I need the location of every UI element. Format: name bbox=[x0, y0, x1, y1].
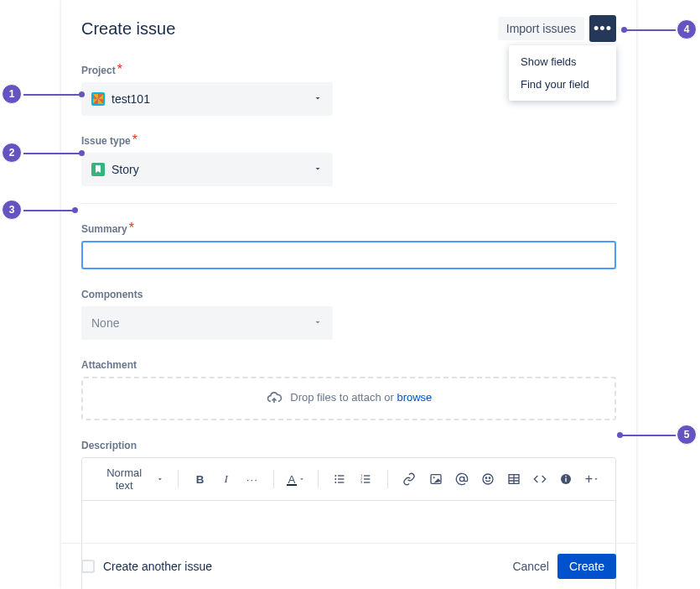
code-button[interactable] bbox=[529, 467, 552, 491]
project-select[interactable]: test101 bbox=[81, 82, 333, 116]
components-select[interactable]: None bbox=[81, 306, 333, 340]
callout-4-dot bbox=[621, 27, 627, 33]
callout-1-line bbox=[23, 94, 81, 96]
image-button[interactable] bbox=[424, 467, 447, 491]
chevron-down-icon bbox=[593, 476, 599, 482]
required-star: * bbox=[129, 221, 134, 235]
text-color-button[interactable]: A bbox=[284, 467, 307, 491]
svg-point-18 bbox=[489, 477, 490, 478]
link-button[interactable] bbox=[398, 467, 421, 491]
callout-3-line bbox=[23, 210, 74, 211]
summary-label: Summary bbox=[81, 223, 127, 235]
modal-header: Create issue Import issues ••• Show fiel… bbox=[81, 15, 616, 42]
info-button[interactable] bbox=[555, 467, 578, 491]
cancel-button[interactable]: Cancel bbox=[512, 560, 549, 573]
callout-5-dot bbox=[617, 432, 623, 438]
project-avatar-icon bbox=[91, 92, 105, 106]
show-fields-item[interactable]: Show fields bbox=[509, 50, 616, 73]
project-value: test101 bbox=[111, 92, 313, 106]
issue-type-field: Issue type* Story bbox=[81, 133, 616, 186]
svg-point-17 bbox=[485, 477, 486, 478]
callout-5-line bbox=[620, 435, 676, 436]
text-style-value: Normal text bbox=[97, 467, 151, 492]
required-star: * bbox=[132, 133, 137, 147]
modal-footer: Create another issue Cancel Create bbox=[61, 543, 636, 589]
chevron-down-icon bbox=[313, 315, 323, 331]
svg-rect-7 bbox=[364, 475, 370, 476]
callout-4: 4 bbox=[677, 19, 697, 39]
insert-more-button[interactable]: + bbox=[581, 467, 604, 491]
editor-toolbar: Normal text B I ··· A bbox=[82, 458, 615, 501]
emoji-button[interactable] bbox=[476, 467, 499, 491]
issue-type-value: Story bbox=[111, 163, 313, 176]
callout-1-dot bbox=[79, 91, 85, 97]
svg-rect-8 bbox=[364, 478, 370, 479]
find-field-item[interactable]: Find your field bbox=[509, 73, 616, 96]
table-button[interactable] bbox=[502, 467, 525, 491]
create-another-label: Create another issue bbox=[103, 560, 212, 573]
chevron-down-icon bbox=[313, 162, 323, 177]
svg-point-1 bbox=[334, 475, 336, 477]
italic-button[interactable]: I bbox=[215, 467, 237, 491]
section-divider bbox=[81, 203, 616, 204]
toolbar-separator bbox=[387, 470, 388, 488]
components-field: Components None bbox=[81, 286, 616, 340]
callout-3: 3 bbox=[2, 200, 22, 220]
svg-point-3 bbox=[334, 482, 336, 483]
components-value: None bbox=[91, 316, 313, 330]
svg-rect-9 bbox=[364, 482, 370, 482]
chevron-down-icon bbox=[313, 91, 323, 107]
bullet-list-button[interactable] bbox=[329, 467, 351, 491]
attachment-field: Attachment Drop files to attach or brows… bbox=[81, 357, 616, 420]
numbered-list-button[interactable]: 123 bbox=[355, 467, 377, 491]
chevron-down-icon bbox=[298, 476, 305, 482]
bold-button[interactable]: B bbox=[189, 467, 211, 491]
callout-2-line bbox=[23, 153, 81, 154]
dropzone-text: Drop files to attach or bbox=[290, 391, 397, 404]
create-issue-modal: Create issue Import issues ••• Show fiel… bbox=[61, 0, 636, 589]
required-star: * bbox=[117, 62, 122, 76]
callout-2: 2 bbox=[2, 143, 22, 163]
svg-point-14 bbox=[433, 477, 434, 478]
more-options-button[interactable]: ••• bbox=[589, 15, 616, 42]
components-label: Components bbox=[81, 289, 143, 300]
callout-1: 1 bbox=[2, 84, 22, 104]
svg-point-2 bbox=[334, 478, 336, 480]
attachment-dropzone[interactable]: Drop files to attach or browse bbox=[81, 377, 616, 420]
toolbar-separator bbox=[318, 470, 319, 488]
project-label: Project bbox=[81, 65, 116, 76]
text-style-button[interactable]: Normal text bbox=[94, 463, 168, 495]
svg-rect-5 bbox=[338, 478, 344, 479]
modal-title: Create issue bbox=[81, 19, 175, 39]
callout-3-dot bbox=[72, 207, 78, 213]
upload-cloud-icon bbox=[266, 390, 283, 407]
svg-point-25 bbox=[565, 476, 567, 477]
summary-input[interactable] bbox=[81, 241, 616, 269]
issue-type-select[interactable]: Story bbox=[81, 153, 333, 186]
toolbar-separator bbox=[273, 470, 274, 488]
toolbar-separator bbox=[178, 470, 179, 488]
svg-rect-24 bbox=[566, 478, 567, 482]
callout-5: 5 bbox=[677, 425, 697, 445]
create-another-checkbox[interactable] bbox=[81, 560, 95, 573]
import-issues-button[interactable]: Import issues bbox=[498, 17, 584, 40]
story-icon bbox=[91, 163, 105, 176]
description-label: Description bbox=[81, 440, 137, 451]
callout-4-line bbox=[624, 29, 676, 31]
mention-button[interactable] bbox=[450, 467, 473, 491]
more-formatting-button[interactable]: ··· bbox=[241, 467, 263, 491]
attachment-label: Attachment bbox=[81, 359, 137, 371]
svg-point-15 bbox=[459, 477, 464, 481]
browse-link[interactable]: browse bbox=[397, 391, 432, 404]
svg-point-16 bbox=[483, 474, 493, 484]
svg-rect-4 bbox=[338, 475, 344, 476]
chevron-down-icon bbox=[156, 475, 164, 483]
callout-2-dot bbox=[79, 150, 85, 156]
svg-rect-6 bbox=[338, 482, 344, 482]
issue-type-label: Issue type bbox=[81, 135, 131, 147]
more-dropdown: Show fields Find your field bbox=[509, 45, 616, 101]
summary-field: Summary* bbox=[81, 221, 616, 269]
svg-text:3: 3 bbox=[360, 480, 363, 484]
create-button[interactable]: Create bbox=[557, 554, 616, 579]
